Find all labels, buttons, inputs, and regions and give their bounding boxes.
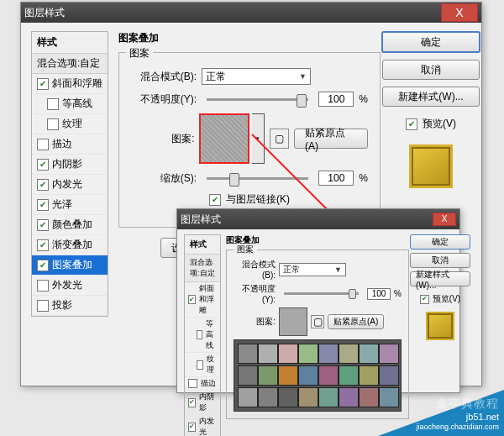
style-label: 内发光 xyxy=(199,416,217,436)
style-checkbox[interactable]: ✔ xyxy=(37,159,49,171)
style-row[interactable]: 投影 xyxy=(32,296,108,316)
style-checkbox[interactable] xyxy=(47,98,59,110)
pattern-swatch-option[interactable] xyxy=(359,387,379,407)
pattern-swatch-option[interactable] xyxy=(258,344,278,364)
blend-options-row[interactable]: 混合选项:自定 xyxy=(32,54,108,74)
style-checkbox[interactable]: ✔ xyxy=(188,398,196,407)
ok-button-small[interactable]: 确定 xyxy=(410,234,470,250)
pattern-swatch-option[interactable] xyxy=(238,387,258,407)
scale-input[interactable]: 100 xyxy=(318,171,354,186)
titlebar[interactable]: 图层样式 X xyxy=(21,3,481,23)
pattern-swatch-option[interactable] xyxy=(379,344,399,364)
style-checkbox[interactable] xyxy=(197,330,202,339)
preview-checkbox-small[interactable]: ✔ xyxy=(420,295,429,304)
cancel-button[interactable]: 取消 xyxy=(382,60,480,80)
pattern-swatch-option[interactable] xyxy=(238,365,258,386)
style-checkbox[interactable] xyxy=(188,379,197,388)
scale-slider[interactable] xyxy=(207,177,308,180)
preview-checkbox[interactable]: ✔ xyxy=(406,118,417,130)
pattern-swatch-option[interactable] xyxy=(339,344,359,364)
style-row[interactable]: ✔斜面和浮雕 xyxy=(185,282,220,318)
opacity-label: 不透明度(Y): xyxy=(131,92,197,107)
cancel-button-small[interactable]: 取消 xyxy=(410,253,470,268)
snap-origin-button-small[interactable]: 贴紧原点(A) xyxy=(328,314,384,329)
pattern-swatch-small[interactable] xyxy=(279,307,307,336)
blend-mode-select[interactable]: 正常 ▼ xyxy=(202,68,311,85)
pattern-swatch-option[interactable] xyxy=(359,344,379,364)
style-checkbox[interactable]: ✔ xyxy=(188,295,196,304)
pattern-swatch-option[interactable] xyxy=(339,365,359,386)
opacity-input[interactable]: 100 xyxy=(318,92,354,107)
style-row[interactable]: 纹理 xyxy=(32,114,108,134)
style-row[interactable]: 等高线 xyxy=(32,94,108,114)
style-checkbox[interactable] xyxy=(37,139,49,150)
style-checkbox[interactable]: ✔ xyxy=(37,199,49,211)
pattern-swatch-option[interactable] xyxy=(278,387,298,407)
style-row[interactable]: ✔斜面和浮雕 xyxy=(32,74,108,94)
style-row[interactable]: 等高线 xyxy=(185,318,220,353)
style-checkbox[interactable]: ✔ xyxy=(37,219,49,231)
pattern-swatch-option[interactable] xyxy=(318,365,339,386)
pattern-swatch-option[interactable] xyxy=(298,365,318,386)
style-checkbox[interactable] xyxy=(47,118,59,130)
styles-list-small: 样式 混合选项:自定 ✔斜面和浮雕等高线纹理描边✔内阴影✔内发光✔光泽✔颜色叠加… xyxy=(184,234,221,436)
pattern-dropdown-button[interactable]: ▾ xyxy=(252,113,265,164)
style-row[interactable]: 外发光 xyxy=(32,276,108,296)
style-checkbox[interactable] xyxy=(37,280,49,292)
pattern-swatch-option[interactable] xyxy=(379,365,399,386)
pattern-swatch-option[interactable] xyxy=(298,344,318,364)
style-checkbox[interactable]: ✔ xyxy=(37,179,49,191)
style-checkbox[interactable]: ✔ xyxy=(37,78,49,90)
close-button-small[interactable]: X xyxy=(433,213,456,226)
pattern-swatch-option[interactable] xyxy=(238,344,258,364)
opacity-input-small[interactable]: 100 xyxy=(367,288,391,300)
pattern-swatch-option[interactable] xyxy=(258,365,278,386)
style-row[interactable]: ✔内阴影 xyxy=(32,155,108,175)
link-checkbox[interactable]: ✔ xyxy=(209,194,221,206)
close-button[interactable]: X xyxy=(441,3,478,22)
style-checkbox[interactable]: ✔ xyxy=(188,423,196,432)
blend-mode-select-small[interactable]: 正常▼ xyxy=(279,263,346,276)
pattern-swatch-option[interactable] xyxy=(318,387,339,407)
style-checkbox[interactable] xyxy=(197,360,203,370)
pattern-swatch[interactable] xyxy=(200,114,249,163)
opacity-slider-small[interactable] xyxy=(284,292,359,295)
style-row[interactable]: ✔内发光 xyxy=(32,175,108,195)
style-row[interactable]: ✔图案叠加 xyxy=(32,255,108,276)
style-checkbox[interactable] xyxy=(37,300,49,312)
style-row[interactable]: 纹理 xyxy=(185,353,220,377)
style-row[interactable]: ✔光泽 xyxy=(32,195,108,215)
chevron-down-icon: ▼ xyxy=(299,72,307,81)
pattern-swatch-option[interactable] xyxy=(258,387,278,407)
snap-origin-button[interactable]: 贴紧原点(A) xyxy=(294,129,368,149)
style-row[interactable]: 描边 xyxy=(32,134,108,155)
style-row[interactable]: ✔颜色叠加 xyxy=(32,215,108,235)
blend-options-row-small[interactable]: 混合选项:自定 xyxy=(185,255,220,282)
chevron-down-icon: ▼ xyxy=(334,265,342,274)
ok-button[interactable]: 确定 xyxy=(381,31,480,53)
percent-label: % xyxy=(359,93,368,105)
new-pattern-button-small[interactable]: ▢ xyxy=(311,315,324,328)
style-label: 等高线 xyxy=(206,318,218,351)
style-label: 描边 xyxy=(201,378,216,389)
percent-label-2: % xyxy=(359,172,368,184)
link-label: 与图层链接(K) xyxy=(226,192,290,207)
new-style-button[interactable]: 新建样式(W)... xyxy=(382,87,480,107)
pattern-swatch-option[interactable] xyxy=(359,365,379,386)
style-row[interactable]: 描边 xyxy=(185,377,220,391)
pattern-swatch-option[interactable] xyxy=(298,387,318,407)
titlebar-small[interactable]: 图层样式 X xyxy=(177,209,459,229)
style-label: 渐变叠加 xyxy=(52,238,92,252)
style-row[interactable]: ✔内发光 xyxy=(185,415,220,436)
new-style-button-small[interactable]: 新建样式(W)... xyxy=(410,271,470,286)
style-row[interactable]: ✔渐变叠加 xyxy=(32,235,108,255)
style-checkbox[interactable]: ✔ xyxy=(37,239,49,251)
pattern-swatch-option[interactable] xyxy=(339,387,359,407)
pattern-swatch-option[interactable] xyxy=(278,344,298,364)
new-pattern-button[interactable]: ▢ xyxy=(270,129,289,149)
style-row[interactable]: ✔内阴影 xyxy=(185,391,220,415)
pattern-swatch-option[interactable] xyxy=(318,344,339,364)
pattern-swatch-option[interactable] xyxy=(278,365,298,386)
style-checkbox[interactable]: ✔ xyxy=(37,260,49,271)
opacity-slider[interactable] xyxy=(207,98,308,101)
